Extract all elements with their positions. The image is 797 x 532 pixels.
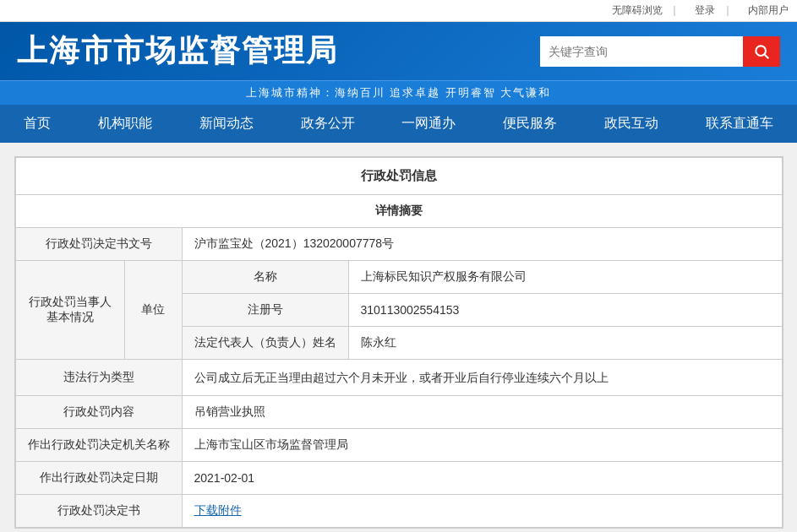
- nav-contact[interactable]: 联系直通车: [689, 105, 790, 143]
- label-unit: 单位: [125, 261, 182, 360]
- subtitle-text: 上海城市精神：海纳百川 追求卓越 开明睿智 大气谦和: [246, 86, 552, 99]
- date-row: 作出行政处罚决定日期 2021-02-01: [15, 462, 782, 495]
- label-violation-type: 违法行为类型: [15, 360, 182, 396]
- label-reg-no: 注册号: [182, 294, 348, 327]
- internal-link[interactable]: 内部用户: [748, 4, 789, 16]
- value-penalty-content: 吊销营业执照: [182, 396, 782, 429]
- section-header-row: 行政处罚信息: [15, 158, 782, 195]
- label-party-group: 行政处罚当事人基本情况: [15, 261, 125, 360]
- nav-news[interactable]: 新闻动态: [183, 105, 270, 143]
- download-link[interactable]: 下载附件: [194, 503, 242, 517]
- label-date: 作出行政处罚决定日期: [15, 462, 182, 495]
- label-rep: 法定代表人（负责人）姓名: [182, 327, 348, 360]
- top-bar: 无障碍浏览 ｜ 登录 ｜ 内部用户: [0, 0, 797, 22]
- value-date: 2021-02-01: [182, 462, 782, 495]
- nav-service[interactable]: 便民服务: [486, 105, 574, 143]
- search-input[interactable]: [540, 36, 743, 67]
- main-nav: 首页 机构职能 新闻动态 政务公开 一网通办 便民服务 政民互动 联系直通车: [0, 105, 797, 143]
- svg-point-0: [756, 46, 766, 56]
- accessibility-link[interactable]: 无障碍浏览: [612, 4, 663, 16]
- table-row: 行政处罚决定书文号 沪市监宝处（2021）132020007778号: [15, 228, 782, 261]
- label-penalty-content: 行政处罚内容: [15, 396, 182, 429]
- search-button[interactable]: [743, 36, 780, 67]
- value-reg-no: 310113002554153: [348, 294, 782, 327]
- search-box: [540, 36, 780, 67]
- penalty-content-row: 行政处罚内容 吊销营业执照: [15, 396, 782, 429]
- content-area: 行政处罚信息 详情摘要 行政处罚决定书文号 沪市监宝处（2021）1320200…: [14, 156, 783, 529]
- search-icon: [753, 43, 770, 60]
- info-table: 行政处罚信息 详情摘要 行政处罚决定书文号 沪市监宝处（2021）1320200…: [15, 157, 783, 528]
- decision-doc-row: 行政处罚决定书 下载附件: [15, 495, 782, 528]
- separator1: ｜: [669, 4, 680, 16]
- nav-affairs[interactable]: 政务公开: [284, 105, 372, 143]
- nav-home[interactable]: 首页: [7, 105, 68, 143]
- nav-online[interactable]: 一网通办: [385, 105, 472, 143]
- label-penalty-doc-no: 行政处罚决定书文号: [15, 228, 182, 261]
- login-link[interactable]: 登录: [695, 4, 715, 16]
- label-name: 名称: [182, 261, 348, 294]
- value-name: 上海标民知识产权服务有限公司: [348, 261, 782, 294]
- sub-title: 详情摘要: [15, 195, 782, 228]
- section-title: 行政处罚信息: [15, 158, 782, 195]
- party-info-row: 行政处罚当事人基本情况 单位 名称 上海标民知识产权服务有限公司: [15, 261, 782, 294]
- label-decision-doc: 行政处罚决定书: [15, 495, 182, 528]
- nav-org[interactable]: 机构职能: [81, 105, 169, 143]
- value-penalty-doc-no: 沪市监宝处（2021）132020007778号: [182, 228, 782, 261]
- separator2: ｜: [723, 4, 733, 16]
- violation-type-row: 违法行为类型 公司成立后无正当理由超过六个月未开业，或者开业后自行停业连续六个月…: [15, 360, 782, 396]
- value-authority: 上海市宝山区市场监督管理局: [182, 429, 782, 462]
- authority-row: 作出行政处罚决定机关名称 上海市宝山区市场监督管理局: [15, 429, 782, 462]
- site-title: 上海市市场监督管理局: [17, 30, 338, 72]
- value-rep: 陈永红: [348, 327, 782, 360]
- svg-line-1: [765, 54, 769, 58]
- sub-header-row: 详情摘要: [15, 195, 782, 228]
- label-authority: 作出行政处罚决定机关名称: [15, 429, 182, 462]
- nav-interaction[interactable]: 政民互动: [587, 105, 675, 143]
- value-violation-type: 公司成立后无正当理由超过六个月未开业，或者开业后自行停业连续六个月以上: [182, 360, 782, 396]
- header: 上海市市场监督管理局: [0, 22, 797, 80]
- subtitle-bar: 上海城市精神：海纳百川 追求卓越 开明睿智 大气谦和: [0, 80, 797, 105]
- value-decision-doc: 下载附件: [182, 495, 782, 528]
